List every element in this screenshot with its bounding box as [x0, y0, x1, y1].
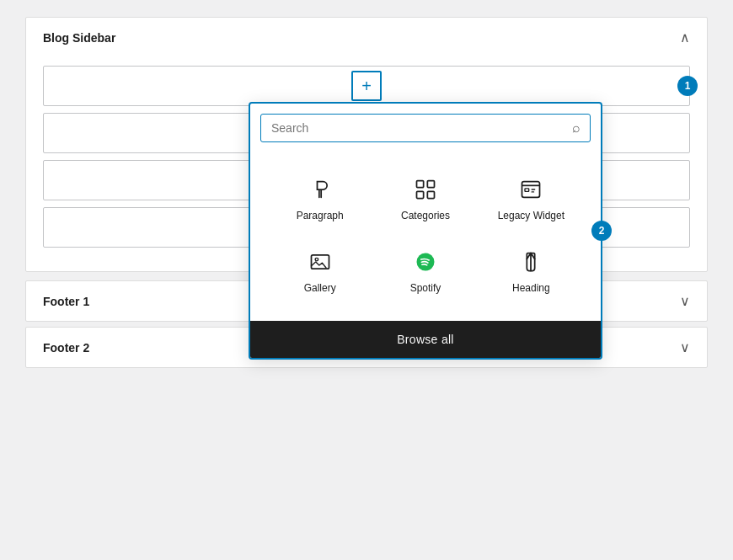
block-item-gallery[interactable]: Gallery	[267, 235, 372, 307]
inserter-search-area: ⌕	[250, 104, 601, 149]
categories-label: Categories	[401, 210, 450, 221]
add-block-row: + 1 2 ⌕	[43, 66, 690, 106]
block-grid: Paragraph	[250, 149, 601, 321]
block-search-input[interactable]	[260, 114, 591, 142]
block-item-legacy-widget[interactable]: Legacy Widget	[479, 163, 584, 235]
gallery-icon	[307, 248, 334, 275]
svg-rect-6	[311, 255, 329, 269]
footer2-title: Footer 2	[43, 341, 89, 355]
block-item-heading[interactable]: Heading	[479, 235, 584, 307]
widget-area: + 1 2 ⌕	[26, 57, 707, 271]
svg-point-7	[315, 258, 318, 261]
block-inserter-popup: 2 ⌕	[249, 102, 602, 360]
footer1-chevron-down-icon: ∨	[680, 293, 690, 309]
spotify-label: Spotify	[410, 282, 441, 294]
heading-label: Heading	[512, 282, 550, 294]
legacy-widget-icon	[517, 176, 544, 203]
badge-2: 2	[591, 221, 612, 241]
badge-1: 1	[677, 76, 698, 96]
block-item-paragraph[interactable]: Paragraph	[267, 163, 372, 235]
svg-rect-1	[427, 181, 434, 188]
blog-sidebar-section: Blog Sidebar ∧ + 1 2 ⌕	[25, 17, 708, 272]
gallery-label: Gallery	[304, 282, 336, 294]
categories-icon	[412, 176, 439, 203]
main-container: Blog Sidebar ∧ + 1 2 ⌕	[0, 0, 733, 560]
paragraph-label: Paragraph	[297, 210, 344, 221]
blog-sidebar-header[interactable]: Blog Sidebar ∧	[26, 18, 707, 57]
svg-rect-5	[525, 189, 529, 192]
block-item-spotify[interactable]: Spotify	[372, 235, 478, 307]
search-wrapper: ⌕	[260, 114, 591, 142]
spotify-icon	[412, 248, 439, 275]
block-item-categories[interactable]: Categories	[372, 163, 478, 235]
svg-rect-2	[416, 191, 423, 198]
chevron-up-icon: ∧	[680, 29, 690, 45]
blog-sidebar-title: Blog Sidebar	[43, 31, 115, 45]
browse-all-button[interactable]: Browse all	[250, 321, 601, 358]
paragraph-icon	[307, 176, 334, 203]
add-block-button[interactable]: +	[351, 71, 382, 101]
svg-rect-0	[416, 181, 423, 188]
svg-rect-3	[427, 191, 434, 198]
footer1-title: Footer 1	[43, 295, 89, 308]
footer2-chevron-down-icon: ∨	[680, 339, 690, 355]
heading-icon	[517, 248, 544, 275]
legacy-widget-label: Legacy Widget	[498, 210, 564, 221]
